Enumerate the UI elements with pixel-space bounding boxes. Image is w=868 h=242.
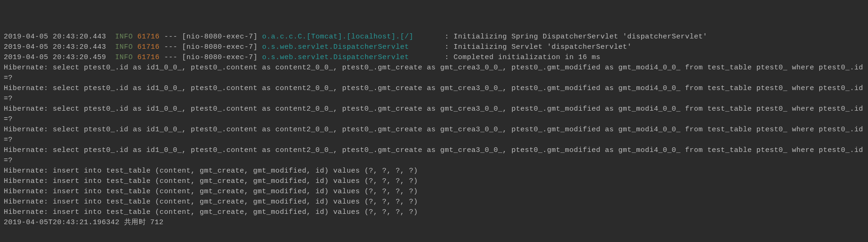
- log-pid: 61716: [137, 53, 160, 61]
- log-level: INFO: [115, 43, 133, 51]
- log-line: Hibernate: insert into test_table (conte…: [0, 166, 868, 176]
- log-text: Hibernate: insert into test_table (conte…: [4, 188, 418, 196]
- log-line: 2019-04-05T20:43:21.196342 共用时 712: [0, 218, 868, 228]
- log-separator: ---: [164, 53, 178, 61]
- log-text: 2019-04-05T20:43:21.196342 共用时 712: [4, 219, 164, 227]
- log-text: Hibernate: select ptest0_.id as id1_0_0_…: [4, 126, 863, 144]
- log-text: Hibernate: select ptest0_.id as id1_0_0_…: [4, 64, 863, 82]
- log-colon: :: [440, 33, 454, 41]
- log-line: Hibernate: select ptest0_.id as id1_0_0_…: [0, 63, 868, 83]
- log-text: Hibernate: select ptest0_.id as id1_0_0_…: [4, 84, 863, 103]
- log-line: Hibernate: insert into test_table (conte…: [0, 187, 868, 197]
- log-level: INFO: [115, 53, 133, 61]
- log-line: Hibernate: insert into test_table (conte…: [0, 197, 868, 207]
- log-pid: 61716: [137, 33, 160, 41]
- console-output: 2019-04-05 20:43:20.443 INFO 61716 --- […: [0, 32, 868, 228]
- log-text: Hibernate: select ptest0_.id as id1_0_0_…: [4, 105, 863, 123]
- log-line: Hibernate: select ptest0_.id as id1_0_0_…: [0, 125, 868, 145]
- log-pid: 61716: [137, 43, 160, 51]
- log-timestamp: 2019-04-05 20:43:20.443: [4, 43, 106, 51]
- log-separator: ---: [164, 33, 178, 41]
- log-text: Hibernate: insert into test_table (conte…: [4, 198, 418, 206]
- log-text: Hibernate: insert into test_table (conte…: [4, 167, 418, 175]
- log-logger: o.a.c.c.C.[Tomcat].[localhost].[/]: [262, 33, 440, 41]
- log-line: Hibernate: insert into test_table (conte…: [0, 176, 868, 187]
- log-timestamp: 2019-04-05 20:43:20.459: [4, 53, 106, 61]
- log-message: Initializing Servlet 'dispatcherServlet': [454, 43, 632, 51]
- log-line: Hibernate: insert into test_table (conte…: [0, 207, 868, 218]
- log-line: 2019-04-05 20:43:20.443 INFO 61716 --- […: [0, 32, 868, 42]
- log-line: Hibernate: select ptest0_.id as id1_0_0_…: [0, 83, 868, 104]
- log-text: Hibernate: insert into test_table (conte…: [4, 208, 418, 216]
- log-logger: o.s.web.servlet.DispatcherServlet: [262, 53, 440, 61]
- log-line: Hibernate: select ptest0_.id as id1_0_0_…: [0, 104, 868, 125]
- log-colon: :: [440, 53, 454, 61]
- log-text: Hibernate: select ptest0_.id as id1_0_0_…: [4, 146, 863, 165]
- log-separator: ---: [164, 43, 178, 51]
- log-logger: o.s.web.servlet.DispatcherServlet: [262, 43, 440, 51]
- log-message: Completed initialization in 16 ms: [454, 53, 601, 61]
- log-text: Hibernate: insert into test_table (conte…: [4, 177, 418, 185]
- log-timestamp: 2019-04-05 20:43:20.443: [4, 33, 106, 41]
- log-thread: [nio-8080-exec-7]: [182, 43, 258, 51]
- log-thread: [nio-8080-exec-7]: [182, 33, 258, 41]
- log-level: INFO: [115, 33, 133, 41]
- log-thread: [nio-8080-exec-7]: [182, 53, 258, 61]
- log-line: Hibernate: select ptest0_.id as id1_0_0_…: [0, 145, 868, 166]
- log-line: 2019-04-05 20:43:20.459 INFO 61716 --- […: [0, 53, 868, 63]
- log-line: 2019-04-05 20:43:20.443 INFO 61716 --- […: [0, 42, 868, 53]
- log-message: Initializing Spring DispatcherServlet 'd…: [454, 33, 708, 41]
- log-colon: :: [440, 43, 454, 51]
